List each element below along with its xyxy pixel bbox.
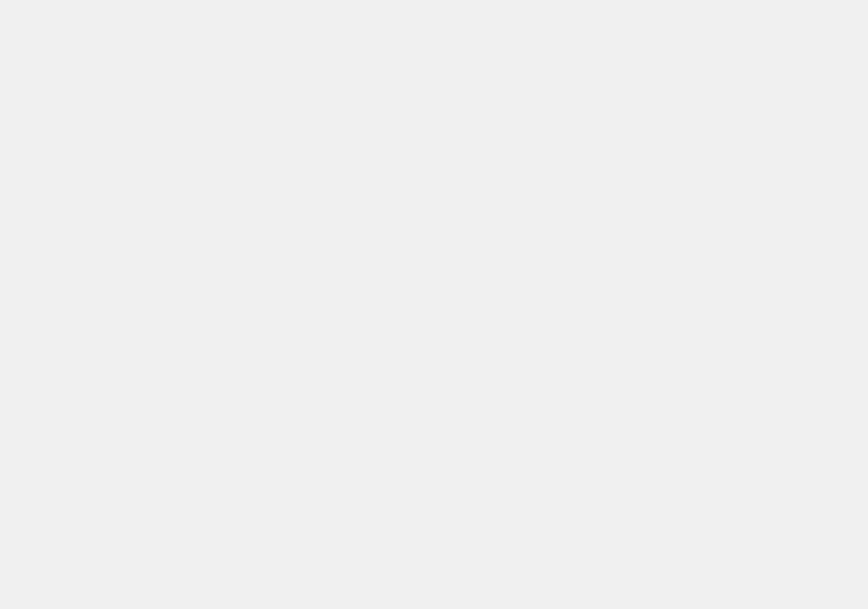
- main-container: [0, 0, 868, 609]
